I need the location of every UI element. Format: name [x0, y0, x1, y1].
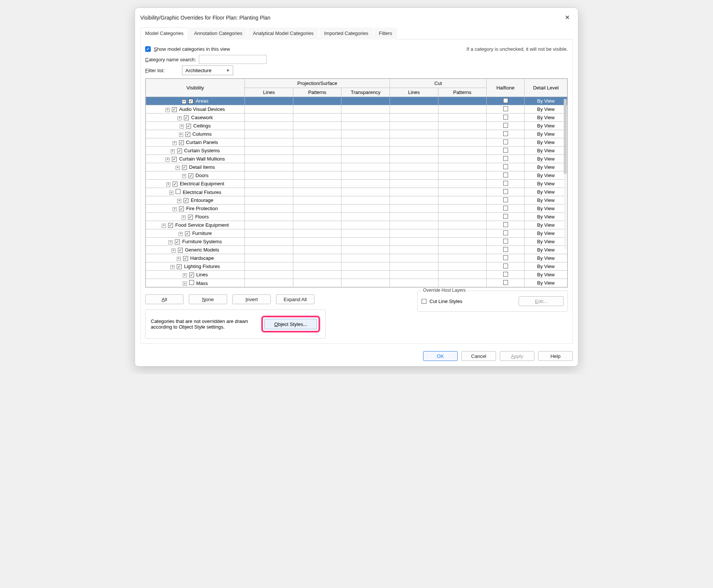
- col-group-cut[interactable]: Cut: [390, 79, 486, 88]
- detail-level-cell[interactable]: By View: [525, 130, 567, 138]
- close-button[interactable]: ✕: [562, 12, 573, 23]
- ok-button[interactable]: OK: [423, 351, 458, 361]
- proj-lines-cell[interactable]: [245, 122, 293, 130]
- col-cut-lines[interactable]: Lines: [390, 88, 438, 97]
- col-group-projection[interactable]: Projection/Surface: [245, 79, 390, 88]
- cut-lines-cell[interactable]: [390, 279, 438, 287]
- visibility-cell[interactable]: +✓Detail Items: [146, 163, 245, 171]
- table-row[interactable]: +✓Lighting FixturesBy View: [146, 262, 567, 271]
- halftone-cell[interactable]: [487, 163, 525, 171]
- proj-transparency-cell[interactable]: [341, 188, 390, 196]
- row-checkbox[interactable]: ✓: [177, 149, 182, 153]
- halftone-cell[interactable]: [487, 147, 525, 155]
- col-proj-patterns[interactable]: Patterns: [293, 88, 341, 97]
- apply-button[interactable]: Apply: [500, 351, 534, 361]
- none-button[interactable]: None: [189, 294, 227, 304]
- cut-patterns-cell[interactable]: [438, 213, 487, 221]
- detail-level-cell[interactable]: By View: [525, 221, 567, 229]
- expand-icon[interactable]: +: [170, 265, 174, 269]
- table-row[interactable]: +✓CeilingsBy View: [146, 122, 567, 130]
- cut-patterns-cell[interactable]: [438, 130, 487, 138]
- proj-lines-cell[interactable]: [245, 114, 293, 122]
- search-input[interactable]: [199, 55, 267, 64]
- expand-icon[interactable]: +: [177, 116, 182, 120]
- cut-patterns-cell[interactable]: [438, 138, 487, 147]
- detail-level-cell[interactable]: By View: [525, 180, 567, 188]
- proj-lines-cell[interactable]: [245, 163, 293, 171]
- halftone-checkbox[interactable]: [503, 98, 508, 103]
- proj-transparency-cell[interactable]: [341, 213, 390, 221]
- halftone-checkbox[interactable]: [503, 222, 508, 227]
- row-checkbox[interactable]: ✓: [183, 256, 188, 261]
- visibility-cell[interactable]: +✓Electrical Equipment: [146, 180, 245, 188]
- detail-level-cell[interactable]: By View: [525, 114, 567, 122]
- halftone-cell[interactable]: [487, 238, 525, 246]
- detail-level-cell[interactable]: By View: [525, 229, 567, 238]
- expand-icon[interactable]: +: [182, 100, 186, 104]
- cut-patterns-cell[interactable]: [438, 229, 487, 238]
- row-checkbox[interactable]: ✓: [172, 107, 177, 112]
- proj-transparency-cell[interactable]: [341, 238, 390, 246]
- cut-lines-cell[interactable]: [390, 221, 438, 229]
- halftone-checkbox[interactable]: [503, 148, 508, 153]
- edit-button[interactable]: Edit...: [519, 296, 564, 306]
- cut-patterns-cell[interactable]: [438, 97, 487, 105]
- halftone-cell[interactable]: [487, 105, 525, 114]
- proj-patterns-cell[interactable]: [293, 221, 341, 229]
- proj-transparency-cell[interactable]: [341, 279, 390, 287]
- visibility-cell[interactable]: +✓Lighting Fixtures: [146, 262, 245, 271]
- proj-patterns-cell[interactable]: [293, 188, 341, 196]
- row-checkbox[interactable]: ✓: [185, 231, 190, 236]
- row-checkbox[interactable]: ✓: [175, 239, 180, 244]
- proj-patterns-cell[interactable]: [293, 279, 341, 287]
- visibility-cell[interactable]: +✓Floors: [146, 213, 245, 221]
- cut-lines-cell[interactable]: [390, 246, 438, 254]
- halftone-checkbox[interactable]: [503, 197, 508, 202]
- row-checkbox[interactable]: ✓: [189, 273, 194, 277]
- table-row[interactable]: +✓Curtain PanelsBy View: [146, 138, 567, 147]
- halftone-cell[interactable]: [487, 262, 525, 271]
- proj-lines-cell[interactable]: [245, 130, 293, 138]
- proj-patterns-cell[interactable]: [293, 246, 341, 254]
- halftone-checkbox[interactable]: [503, 164, 508, 169]
- table-row[interactable]: +✓Curtain Wall MullionsBy View: [146, 155, 567, 163]
- proj-patterns-cell[interactable]: [293, 262, 341, 271]
- detail-level-cell[interactable]: By View: [525, 155, 567, 163]
- visibility-cell[interactable]: +Mass: [146, 279, 245, 287]
- halftone-cell[interactable]: [487, 254, 525, 262]
- cut-lines-cell[interactable]: [390, 205, 438, 213]
- show-categories-checkbox[interactable]: ✓: [145, 46, 151, 52]
- proj-transparency-cell[interactable]: [341, 97, 390, 105]
- col-visibility[interactable]: Visibility: [146, 79, 245, 97]
- table-row[interactable]: +✓LinesBy View: [146, 271, 567, 279]
- cut-patterns-cell[interactable]: [438, 196, 487, 205]
- expand-icon[interactable]: +: [176, 166, 180, 170]
- proj-transparency-cell[interactable]: [341, 271, 390, 279]
- detail-level-cell[interactable]: By View: [525, 213, 567, 221]
- halftone-checkbox[interactable]: [503, 214, 508, 219]
- visibility-cell[interactable]: +✓Curtain Wall Mullions: [146, 155, 245, 163]
- table-row[interactable]: +✓FloorsBy View: [146, 213, 567, 221]
- visibility-cell[interactable]: +✓Entourage: [146, 196, 245, 205]
- halftone-checkbox[interactable]: [503, 230, 508, 235]
- row-checkbox[interactable]: ✓: [172, 157, 177, 162]
- cut-lines-cell[interactable]: [390, 97, 438, 105]
- proj-lines-cell[interactable]: [245, 254, 293, 262]
- expand-icon[interactable]: +: [183, 273, 187, 277]
- proj-transparency-cell[interactable]: [341, 254, 390, 262]
- proj-patterns-cell[interactable]: [293, 163, 341, 171]
- halftone-cell[interactable]: [487, 188, 525, 196]
- proj-transparency-cell[interactable]: [341, 155, 390, 163]
- halftone-cell[interactable]: [487, 180, 525, 188]
- col-halftone[interactable]: Halftone: [487, 79, 525, 97]
- cut-lines-cell[interactable]: [390, 114, 438, 122]
- expand-all-button[interactable]: Expand All: [276, 294, 314, 304]
- expand-icon[interactable]: +: [182, 215, 186, 220]
- proj-transparency-cell[interactable]: [341, 229, 390, 238]
- halftone-checkbox[interactable]: [503, 247, 508, 252]
- table-row[interactable]: +✓ColumnsBy View: [146, 130, 567, 138]
- filter-list-select[interactable]: Architecture ▼: [182, 65, 233, 75]
- visibility-cell[interactable]: +✓Furniture Systems: [146, 238, 245, 246]
- cut-patterns-cell[interactable]: [438, 205, 487, 213]
- cut-patterns-cell[interactable]: [438, 271, 487, 279]
